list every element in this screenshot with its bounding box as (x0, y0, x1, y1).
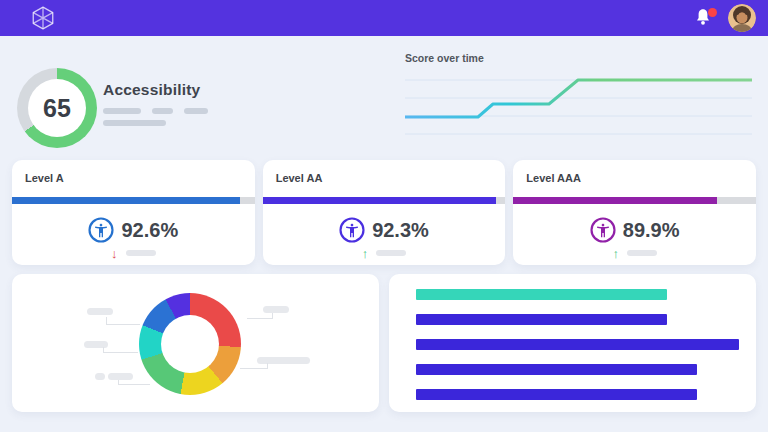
accessibility-person-icon (339, 217, 365, 243)
donut-label-placeholder (263, 306, 289, 313)
accessibility-person-icon (88, 217, 114, 243)
donut-leader-line (240, 363, 268, 369)
level-card-title: Level AAA (526, 172, 581, 184)
donut-leader-line (103, 347, 138, 353)
level-score-value: 92.6% (121, 219, 178, 242)
level-card-title: Level A (25, 172, 64, 184)
donut-leader-line (106, 317, 140, 325)
notifications-button[interactable] (695, 8, 713, 28)
level-score-value: 89.9% (623, 219, 680, 242)
topbar-actions (695, 4, 756, 32)
placeholder-pill (376, 250, 406, 256)
placeholder-pill (627, 250, 657, 256)
donut-label-placeholder (108, 373, 133, 380)
score-chart-title: Score over time (405, 52, 484, 64)
placeholder-pill (126, 250, 156, 256)
hexagon-wireframe-logo (30, 5, 56, 31)
score-over-time-line-chart (405, 74, 752, 140)
top-navigation-bar (0, 0, 768, 36)
trend-arrow-icon: ↑ (362, 247, 369, 260)
accessibility-dashboard: 65 Accessibility Score over time Level A (0, 0, 768, 432)
trend-arrow-icon: ↓ (111, 247, 118, 260)
gauge-score-value: 65 (28, 79, 86, 137)
accessibility-person-icon (590, 217, 616, 243)
level-aaa-card[interactable]: Level AAA 89.9% ↑ (513, 160, 756, 265)
bar-chart-bar (416, 339, 739, 350)
user-avatar-photo (728, 4, 756, 32)
accessibility-score-gauge: 65 (17, 68, 97, 148)
user-avatar[interactable] (728, 4, 756, 32)
placeholder-pill (103, 120, 166, 126)
level-progress-track (263, 197, 506, 204)
overview-text-block: Accessibility (103, 81, 208, 126)
category-donut-chart-card (12, 274, 379, 412)
bar-chart-bar (416, 289, 667, 300)
placeholder-pill (103, 108, 141, 114)
notification-badge (708, 8, 717, 17)
placeholder-text-row (103, 120, 208, 126)
level-progress-track (12, 197, 255, 204)
placeholder-pill (184, 108, 208, 114)
donut-chart-hole (161, 315, 219, 373)
donut-leader-line (118, 380, 150, 385)
level-a-card[interactable]: Level A 92.6% ↓ (12, 160, 255, 265)
level-progress-track (513, 197, 756, 204)
app-logo-icon[interactable] (30, 5, 56, 31)
level-cards-row: Level A 92.6% ↓ Level AA (12, 160, 756, 265)
issues-bar-chart-card (389, 274, 756, 412)
placeholder-text-row (103, 108, 208, 114)
donut-label-placeholder (95, 373, 105, 380)
bar-chart-bar (416, 314, 667, 325)
page-title: Accessibility (103, 81, 208, 99)
level-progress-fill (513, 197, 717, 204)
trend-arrow-icon: ↑ (612, 247, 619, 260)
level-progress-fill (263, 197, 496, 204)
bar-chart-bar (416, 389, 697, 400)
level-card-title: Level AA (276, 172, 323, 184)
donut-chart (139, 293, 241, 395)
bar-chart-bar (416, 364, 697, 375)
placeholder-pill (152, 108, 173, 114)
donut-leader-line (247, 313, 273, 319)
level-aa-card[interactable]: Level AA 92.3% ↑ (263, 160, 506, 265)
level-score-value: 92.3% (372, 219, 429, 242)
donut-label-placeholder (87, 308, 113, 315)
horizontal-bar-chart (416, 289, 746, 414)
level-progress-fill (12, 197, 240, 204)
